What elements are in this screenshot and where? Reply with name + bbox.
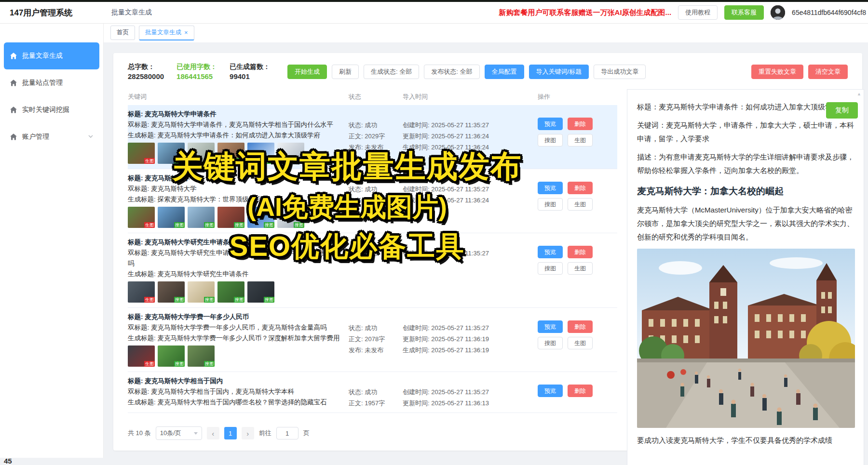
article-table: 标题: 麦克马斯特大学申请条件双标题: 麦克马斯特大学申请条件，麦克马斯特大学相… bbox=[128, 105, 617, 419]
search-image-button[interactable]: 搜图 bbox=[538, 262, 563, 275]
house-icon bbox=[10, 133, 17, 141]
delete-button[interactable]: 删除 bbox=[568, 320, 593, 333]
header: 147用户管理系统 批量文章生成 新购套餐用户可联系客服赠送一万张AI原创生成配… bbox=[0, 2, 868, 24]
time-line: 创建时间: 2025-05-27 11:35:27 bbox=[403, 386, 528, 398]
current-page-button[interactable]: 1 bbox=[224, 427, 237, 439]
global-config-button[interactable]: 全局配置 bbox=[485, 65, 524, 79]
contact-support-button[interactable]: 联系客服 bbox=[724, 5, 764, 20]
thumbnail-badge: 搜图 bbox=[234, 222, 244, 228]
article-thumbnail[interactable]: 生图 bbox=[128, 143, 155, 164]
delete-button[interactable]: 删除 bbox=[568, 118, 593, 130]
article-thumbnail[interactable]: 搜图 bbox=[217, 207, 244, 228]
reset-failed-button[interactable]: 重置失败文章 bbox=[751, 65, 803, 79]
delete-button[interactable]: 删除 bbox=[568, 246, 593, 258]
table-row[interactable]: 标题: 麦克马斯特大学申请条件双标题: 麦克马斯特大学申请条件，麦克马斯特大学相… bbox=[128, 105, 617, 169]
delete-button[interactable]: 删除 bbox=[568, 182, 593, 194]
row-title: 标题: 麦克马斯特大学学费一年多少人民币 bbox=[128, 312, 346, 322]
article-thumbnail[interactable]: 搜图 bbox=[277, 207, 304, 228]
preview-button[interactable]: 预览 bbox=[538, 182, 563, 194]
generate-image-button[interactable]: 生图 bbox=[568, 337, 593, 349]
row-dual: 双标题: 麦克马斯特大学 bbox=[128, 184, 346, 194]
prev-page-button[interactable]: ‹ bbox=[207, 427, 219, 439]
preview-button[interactable]: 预览 bbox=[538, 320, 563, 333]
col-header-actions: 操作 bbox=[538, 93, 550, 101]
article-thumbnail[interactable]: 搜图 bbox=[158, 281, 185, 303]
article-thumbnail[interactable]: 搜图 bbox=[217, 143, 244, 164]
goto-label: 前往 bbox=[259, 429, 271, 438]
sidebar-item-3[interactable]: 账户管理 bbox=[4, 123, 99, 150]
search-image-button[interactable]: 搜图 bbox=[538, 134, 563, 146]
import-keywords-button[interactable]: 导入关键词/标题 bbox=[529, 65, 589, 79]
sidebar-item-1[interactable]: 批量站点管理 bbox=[4, 69, 99, 96]
generate-image-button[interactable]: 生图 bbox=[568, 198, 593, 211]
table-row[interactable]: 标题: 麦克马斯特大学相当于国内双标题: 麦克马斯特大学相当于国内，麦克马斯特大… bbox=[128, 372, 617, 413]
generate-status-filter[interactable]: 生成状态: 全部 bbox=[364, 65, 419, 79]
article-thumbnail[interactable]: 搜图 bbox=[247, 281, 274, 303]
publish-status-filter[interactable]: 发布状态: 全部 bbox=[424, 65, 479, 79]
tab-0[interactable]: 首页 bbox=[110, 26, 135, 40]
article-thumbnail[interactable]: 搜图 bbox=[158, 345, 185, 367]
table-row[interactable]: 标题: 麦克马斯特大学研究生申请条件双标题: 麦克马斯特大学研究生申请条件，麦克… bbox=[128, 233, 617, 308]
thumbnail-badge: 搜图 bbox=[204, 222, 215, 228]
status-line: 发布: 未发布 bbox=[349, 142, 403, 153]
thumbnail-badge: 搜图 bbox=[264, 158, 274, 164]
sidebar-item-label: 实时关键词挖掘 bbox=[22, 106, 69, 114]
table-row[interactable]: 标题: 麦克马斯特大学学费一年多少人民币双标题: 麦克马斯特大学学费一年多少人民… bbox=[128, 308, 617, 372]
generate-image-button[interactable]: 生图 bbox=[568, 134, 593, 146]
article-thumbnail[interactable]: 搜图 bbox=[277, 143, 304, 164]
copy-button[interactable]: 复制 bbox=[826, 102, 858, 119]
start-generate-button[interactable]: 开始生成 bbox=[287, 65, 327, 79]
scroll-up-icon[interactable]: ▲ bbox=[857, 92, 861, 96]
thumbnail-badge: 生图 bbox=[144, 361, 155, 367]
article-thumbnail[interactable]: 搜图 bbox=[217, 281, 244, 303]
search-image-button[interactable]: 搜图 bbox=[538, 337, 563, 349]
article-thumbnail[interactable]: 搜图 bbox=[188, 207, 215, 228]
article-preview-panel: ▲ 复制 标题：麦克马斯特大学申请条件：如何成功进入加拿大顶级学府 关键词：麦克… bbox=[627, 89, 864, 465]
status-line: 正文: 2078字 bbox=[349, 333, 403, 345]
table-row[interactable]: 标题: 麦克马斯特大学双标题: 麦克马斯特大学生成标题: 探索麦克马斯特大学：世… bbox=[128, 169, 617, 233]
article-thumbnail[interactable]: 搜图 bbox=[158, 207, 185, 228]
row-gen: 生成标题: 麦克马斯特大学申请条件：如何成功进入加拿大顶级学府 bbox=[128, 130, 346, 141]
tab-1[interactable]: 批量文章生成× bbox=[139, 26, 194, 40]
time-line: 生成时间: 2025-05-27 11:36:24 bbox=[403, 142, 528, 153]
article-thumbnail[interactable]: 搜图 bbox=[188, 345, 215, 367]
thumbnail-badge: 搜图 bbox=[294, 158, 304, 164]
chevron-down-icon bbox=[88, 133, 94, 141]
page-size-select[interactable]: 10条/页 bbox=[156, 426, 202, 440]
refresh-button[interactable]: 刷新 bbox=[332, 65, 359, 79]
row-actions: 预览删除 bbox=[538, 385, 610, 401]
article-thumbnail[interactable]: 搜图 bbox=[247, 207, 274, 228]
row-gen: 生成标题: 探索麦克马斯特大学：世界顶级学府 bbox=[128, 194, 346, 205]
preview-button[interactable]: 预览 bbox=[538, 246, 563, 258]
tab-label: 批量文章生成 bbox=[145, 28, 181, 37]
row-gen: 生成标题: 麦克马斯特大学研究生申请条件 bbox=[128, 269, 346, 279]
article-thumbnail[interactable]: 生图 bbox=[128, 281, 155, 303]
avatar[interactable] bbox=[771, 5, 785, 20]
house-icon bbox=[10, 52, 17, 60]
article-thumbnail[interactable]: 搜图 bbox=[188, 143, 215, 164]
article-thumbnail[interactable]: 搜图 bbox=[158, 143, 185, 164]
tutorial-button[interactable]: 使用教程 bbox=[678, 5, 718, 20]
article-thumbnail[interactable]: 搜图 bbox=[188, 281, 215, 303]
delete-button[interactable]: 删除 bbox=[568, 385, 593, 397]
article-thumbnail[interactable]: 生图 bbox=[128, 207, 155, 228]
sidebar-item-0[interactable]: 批量文章生成 bbox=[4, 42, 99, 69]
close-icon[interactable]: × bbox=[184, 29, 188, 36]
preview-button[interactable]: 预览 bbox=[538, 118, 563, 130]
article-thumbnail[interactable]: 搜图 bbox=[247, 143, 274, 164]
house-icon bbox=[10, 106, 17, 114]
generate-image-button[interactable]: 生图 bbox=[568, 262, 593, 275]
sidebar-item-label: 账户管理 bbox=[22, 133, 49, 141]
time-line: 创建时间: 2025-05-27 11:35:27 bbox=[403, 120, 528, 131]
thumbnail-strip: 生图搜图搜图搜图搜图 bbox=[128, 281, 617, 303]
preview-button[interactable]: 预览 bbox=[538, 385, 563, 397]
export-success-button[interactable]: 导出成功文章 bbox=[594, 65, 646, 79]
goto-page-input[interactable] bbox=[276, 427, 298, 439]
time-line: 生成时间: 2025-05-27 11:36:24 bbox=[403, 195, 528, 206]
sidebar-item-2[interactable]: 实时关键词挖掘 bbox=[4, 96, 99, 123]
next-page-button[interactable]: › bbox=[242, 427, 254, 439]
article-thumbnail[interactable]: 生图 bbox=[128, 345, 155, 367]
clear-articles-button[interactable]: 清空文章 bbox=[808, 65, 848, 79]
row-title: 标题: 麦克马斯特大学申请条件 bbox=[128, 109, 346, 120]
search-image-button[interactable]: 搜图 bbox=[538, 198, 563, 211]
